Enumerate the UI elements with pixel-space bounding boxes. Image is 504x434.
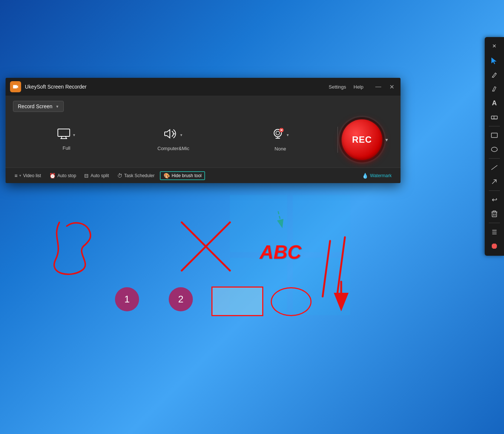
camera-label: None: [274, 146, 286, 152]
app-title: UkeySoft Screen Recorder: [25, 84, 329, 90]
svg-rect-24: [491, 116, 497, 119]
line-tool-button[interactable]: [487, 161, 502, 174]
toolbar-divider-2: [489, 158, 500, 159]
text-tool-button[interactable]: A: [487, 96, 502, 110]
task-scheduler-label: Task Scheduler: [124, 173, 155, 178]
svg-rect-4: [58, 129, 70, 136]
svg-line-23: [495, 73, 497, 74]
svg-line-29: [491, 165, 497, 170]
pen-tool-button[interactable]: [487, 68, 502, 82]
undo-button[interactable]: ↩: [487, 193, 502, 206]
toolbar-area: Record Screen ▼: [6, 96, 401, 116]
rec-area: REC ▾: [342, 119, 393, 160]
display-label: Full: [63, 145, 70, 151]
list-icon: ≡: [14, 173, 17, 179]
help-menu[interactable]: Help: [353, 84, 363, 90]
minimize-button[interactable]: —: [374, 82, 383, 91]
camera-control-row: ▾: [272, 128, 289, 142]
svg-point-8: [174, 133, 175, 135]
record-dropdown-label: Record Screen: [18, 103, 52, 109]
speaker-icon: [164, 128, 177, 142]
audio-label: Computer&Mic: [158, 146, 190, 151]
rectangle-tool-button[interactable]: [487, 129, 502, 142]
svg-rect-0: [230, 195, 287, 252]
svg-marker-22: [491, 57, 497, 64]
brush-icon: 🎨: [164, 173, 170, 179]
svg-rect-33: [493, 211, 496, 212]
video-list-chevron: ▾: [19, 173, 21, 178]
camera-chevron-icon: ▾: [287, 133, 289, 138]
record-dropdown[interactable]: Record Screen ▼: [13, 101, 64, 112]
toolbar-close-button[interactable]: ✕: [487, 40, 502, 52]
audio-control-row: ▾: [164, 128, 182, 142]
controls-divider: [337, 127, 338, 153]
display-control-row: ▾: [57, 129, 75, 142]
app-logo: [10, 81, 21, 92]
webcam-icon: [272, 128, 284, 142]
status-auto-stop[interactable]: ⏰ Auto stop: [46, 171, 79, 180]
pointer-tool-button[interactable]: [487, 54, 502, 67]
record-dot-button[interactable]: ⏺: [487, 239, 502, 253]
status-auto-split[interactable]: ⊟ Auto split: [81, 171, 112, 180]
split-icon: ⊟: [84, 173, 89, 179]
status-hide-brush-tool[interactable]: 🎨 Hide brush tool: [160, 171, 205, 180]
display-chevron-icon: ▾: [73, 133, 75, 138]
window-buttons: — ✕: [374, 82, 396, 91]
app-window: UkeySoft Screen Recorder Settings Help —…: [6, 78, 401, 183]
eraser-tool-button[interactable]: [487, 110, 502, 124]
monitor-icon: [57, 129, 70, 142]
svg-point-10: [276, 131, 280, 135]
status-watermark[interactable]: 💧 Watermark: [359, 171, 395, 180]
svg-line-30: [492, 180, 496, 184]
toolbar-divider-4: [489, 223, 500, 223]
svg-rect-27: [491, 133, 497, 138]
rec-button[interactable]: REC: [342, 119, 382, 160]
controls-area: ▾ Full ▾ Computer&Mic: [6, 116, 401, 168]
svg-point-28: [491, 147, 497, 152]
status-bar: ≡ ▾ Video list ⏰ Auto stop ⊟ Auto split …: [6, 168, 401, 183]
status-task-scheduler[interactable]: ⏱ Task Scheduler: [114, 171, 158, 180]
windows-logo: [227, 192, 353, 318]
audio-chevron-icon: ▾: [180, 133, 182, 138]
watermark-icon: 💧: [362, 173, 368, 179]
auto-stop-label: Auto stop: [57, 173, 76, 178]
marker-tool-button[interactable]: [487, 82, 502, 96]
clock-icon: ⏰: [49, 173, 56, 179]
watermark-label: Watermark: [370, 173, 392, 178]
video-list-label: Video list: [23, 173, 41, 178]
svg-rect-3: [293, 258, 350, 315]
right-toolbar: ✕ A: [485, 37, 504, 256]
settings-menu[interactable]: Settings: [329, 84, 346, 90]
ellipse-tool-button[interactable]: [487, 143, 502, 156]
arrow-tool-button[interactable]: [487, 175, 502, 188]
scheduler-icon: ⏱: [117, 173, 122, 179]
svg-rect-2: [230, 258, 287, 315]
audio-control[interactable]: ▾ Computer&Mic: [120, 125, 227, 155]
toolbar-divider-3: [489, 191, 500, 191]
close-button[interactable]: ✕: [387, 82, 396, 91]
toolbar-divider-1: [489, 126, 500, 126]
delete-button[interactable]: [487, 207, 502, 221]
title-bar-controls: Settings Help — ✕: [329, 82, 396, 91]
dropdown-arrow-icon: ▼: [55, 105, 59, 109]
auto-split-label: Auto split: [90, 173, 109, 178]
svg-rect-1: [293, 195, 350, 252]
display-control[interactable]: ▾ Full: [13, 125, 120, 155]
title-bar: UkeySoft Screen Recorder Settings Help —…: [6, 78, 401, 96]
menu-button[interactable]: ☰: [487, 225, 502, 239]
camera-icon: [12, 83, 19, 90]
rec-dropdown-icon[interactable]: ▾: [384, 135, 389, 144]
hide-brush-tool-label: Hide brush tool: [172, 173, 202, 178]
status-video-list[interactable]: ≡ ▾ Video list: [11, 171, 44, 180]
camera-control[interactable]: ▾ None: [227, 124, 334, 155]
